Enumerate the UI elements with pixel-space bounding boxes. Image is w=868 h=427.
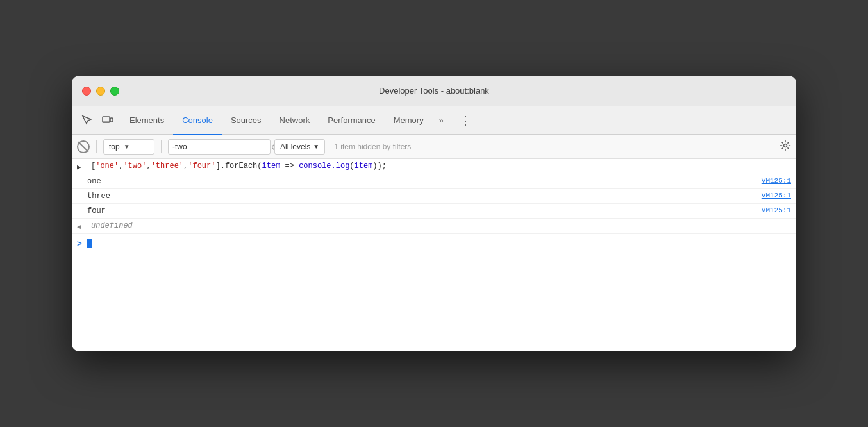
output-text-four: four	[87, 206, 762, 215]
levels-dropdown-icon: ▼	[313, 143, 319, 150]
filter-input-wrap: ⊗	[168, 139, 271, 155]
source-link-four[interactable]: VM125:1	[762, 206, 791, 214]
tab-memory[interactable]: Memory	[385, 107, 433, 135]
close-button[interactable]	[82, 87, 91, 96]
tab-performance[interactable]: Performance	[319, 107, 384, 135]
devtools-window: Developer Tools - about:blank Elements C…	[72, 76, 796, 351]
source-link-one[interactable]: VM125:1	[762, 177, 791, 185]
context-dropdown-icon: ▼	[124, 143, 130, 150]
toolbar-sep-2	[161, 140, 162, 153]
maximize-button[interactable]	[110, 87, 119, 96]
traffic-lights	[82, 87, 119, 96]
tab-sources[interactable]: Sources	[222, 107, 271, 135]
devtools-menu-button[interactable]: ⋮	[456, 110, 476, 131]
window-title: Developer Tools - about:blank	[379, 86, 489, 96]
console-code-line: ['one','two','three','four'].forEach(ite…	[91, 162, 791, 171]
tab-console[interactable]: Console	[173, 107, 222, 135]
console-entry-three: three VM125:1	[72, 189, 796, 204]
clear-console-button[interactable]	[77, 140, 90, 153]
console-entry-undefined: ◀ undefined	[72, 219, 796, 234]
console-output: ▶ ['one','two','three','four'].forEach(i…	[72, 159, 796, 351]
title-bar: Developer Tools - about:blank	[72, 76, 796, 106]
return-arrow-icon: ◀	[77, 221, 86, 231]
console-settings-button[interactable]	[780, 140, 791, 154]
tab-list: Elements Console Sources Network Perform…	[121, 106, 450, 135]
console-toolbar: top ▼ ⊗ All levels ▼ 1 item hidden by fi…	[72, 135, 796, 159]
levels-selector[interactable]: All levels ▼	[274, 139, 325, 155]
source-link-three[interactable]: VM125:1	[762, 192, 791, 199]
tab-elements[interactable]: Elements	[121, 107, 173, 135]
console-prompt-symbol: >	[77, 239, 82, 249]
svg-rect-1	[110, 118, 113, 122]
toolbar-sep-3	[594, 140, 594, 153]
tab-separator	[453, 113, 453, 128]
toolbar-sep-1	[96, 140, 97, 153]
console-input-row[interactable]: >	[72, 234, 796, 253]
context-selector[interactable]: top ▼	[103, 139, 154, 155]
console-entry-one: one VM125:1	[72, 174, 796, 189]
output-text-one: one	[87, 177, 762, 186]
svg-rect-0	[103, 117, 110, 122]
tab-network[interactable]: Network	[271, 107, 319, 135]
minimize-button[interactable]	[96, 87, 105, 96]
filter-input[interactable]	[172, 142, 269, 151]
context-value: top	[109, 142, 120, 151]
output-text-three: three	[87, 192, 762, 201]
devtools-tab-bar: Elements Console Sources Network Perform…	[72, 106, 796, 135]
undefined-value: undefined	[91, 221, 791, 230]
expand-arrow-icon[interactable]: ▶	[77, 162, 86, 171]
inspect-element-button[interactable]	[77, 110, 97, 131]
svg-point-3	[783, 144, 787, 147]
levels-label: All levels	[280, 142, 310, 151]
console-entry-four: four VM125:1	[72, 204, 796, 219]
device-toggle-button[interactable]	[97, 110, 118, 131]
console-entry-input: ▶ ['one','two','three','four'].forEach(i…	[72, 159, 796, 174]
hidden-items-info: 1 item hidden by filters	[334, 142, 411, 151]
more-tabs-button[interactable]: »	[433, 106, 450, 135]
console-cursor	[87, 239, 92, 248]
